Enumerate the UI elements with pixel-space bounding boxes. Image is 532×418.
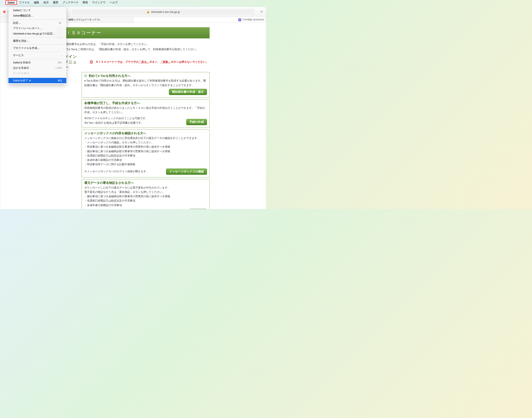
menu-hide-safari[interactable]: Safariを非表示⌘H xyxy=(9,60,66,65)
c3-note: ※メッセージボックスへのログイン画面が開きます。 xyxy=(84,169,164,174)
menu-quit-safari[interactable]: Safariを終了⬈ ⌘Q xyxy=(9,78,66,83)
menu-extensions[interactable]: Safari機能拡張… xyxy=(9,13,66,18)
c2-body: 利用者識別番号の取得が終わりましたらＮＩＳＡに係る手続の作成を行うことができます… xyxy=(84,106,207,115)
menu-settings[interactable]: 設定…⌘, xyxy=(9,20,66,26)
menu-view[interactable]: 表示 xyxy=(41,0,51,5)
menu-history[interactable]: 履歴 xyxy=(51,0,60,5)
c1-title: 初めてe-Taxを利用される方へ xyxy=(89,74,130,78)
tab-nisa-top[interactable]: N TOP画面 SE00S018 xyxy=(133,17,266,23)
menubar: Safari ファイル 編集 表示 履歴 ブックマーク 開発 ウインドウ ヘルプ xyxy=(0,0,266,5)
safari-menu-dropdown: Safariについて Safari機能拡張… 設定…⌘, プライバシーレポート…… xyxy=(9,7,66,84)
menu-file[interactable]: ファイル xyxy=(17,0,32,5)
shortcut-label: ⌥⌘H xyxy=(55,67,62,70)
signature-verify-button[interactable]: 署名検証 xyxy=(189,209,207,209)
c4-l4: ・未成年者口座開設の可否事項 xyxy=(84,203,207,208)
c3-l3: ・届出事項に基づき金融商品取引業者等の営業所の長に提供すべき情報 xyxy=(84,149,207,154)
c3-l4: ・非課税口座開設又は勘定設定の可否事項 xyxy=(84,154,207,158)
c3-body: メッセージボックスに格納された受信通知及び以下の還元データの確認を行うことができ… xyxy=(84,136,207,140)
menu-show-all: すべてを表示 xyxy=(9,71,66,76)
c3-l5: ・未成年者口座開設の可否事項 xyxy=(84,158,207,162)
menu-bookmarks[interactable]: ブックマーク xyxy=(60,0,81,5)
menu-site-settings[interactable]: clientweb.e-tax.nta.go.jpでの設定… xyxy=(9,31,66,36)
c3-l2: ・申請事項に基づき金融商品取引業者等の営業所の長に提供すべき情報 xyxy=(84,145,207,149)
instr-line2: はじめてe-Taxをご利用の方は、「開始届出書の作成・提出」ボタンを押して、利用… xyxy=(58,47,208,52)
menu-help[interactable]: ヘルプ xyxy=(108,0,120,5)
c4-l2: ・届出事項に基づき金融商品取引業者等の営業所の長に提供すべき情報 xyxy=(84,194,207,199)
c3-title: メッセージボックスの内容を確認される方へ xyxy=(84,131,146,135)
c3-l1: 「メッセージボックスの確認」ボタンを押してください。 xyxy=(84,140,207,145)
card-create-procedure: 各種準備が完了し、手続を作成する方へ 利用者識別番号の取得が終わりましたらＮＩＳ… xyxy=(81,99,210,128)
favicon-icon: N xyxy=(238,18,241,21)
menu-window[interactable]: ウインドウ xyxy=(90,0,108,5)
card-signature-verify: 還元データの署名検証をされる方へ ダウンロードした以下の還元データには電子署名が… xyxy=(81,179,210,209)
page-banner: ＮＩＳＡコーナー xyxy=(57,27,210,38)
c1-body: e-Taxを初めて利用される方は、開始届出書を提出して利用者識別番号を取得する必… xyxy=(84,79,207,88)
shortcut-label: ⌘H xyxy=(58,61,62,64)
menu-about-safari[interactable]: Safariについて xyxy=(9,8,66,13)
card-message-box: メッセージボックスの内容を確認される方へ メッセージボックスに格納された受信通知… xyxy=(81,129,210,177)
warning-text: ＮＩＳＡコーナーでは、ブラウザの「戻る」ボタン、「更新」ボタンは押さないでくださ… xyxy=(96,60,208,64)
menu-privacy-report[interactable]: プライバシーレポート… xyxy=(9,26,66,31)
start-notification-button[interactable]: 開始届出書の作成・提出 xyxy=(169,89,207,95)
menu-safari[interactable]: Safari xyxy=(5,0,17,5)
c2-note1: ※CSVファイルのチェックのみ行うことも可能です。 xyxy=(84,116,184,121)
instr-line1: 利用者識別番号をお持ちの方は、「手続の作成」ボタンを押してください。 xyxy=(58,42,208,47)
c2-note2: ※e-Taxへ送信する場合は電子証明書が必要です。 xyxy=(84,121,184,125)
cursor-icon: ⬈ xyxy=(29,79,31,82)
main-menu-header: ✤ メインメニュー !! ＮＩＳＡコーナーでは、ブラウザの「戻る」ボタン、「更新… xyxy=(57,54,210,72)
lock-icon: 🔒 xyxy=(146,10,150,13)
shortcut-label: ⌘, xyxy=(59,22,62,24)
address-host: clientweb.e-tax.nta.go.jp xyxy=(151,10,180,13)
tab2-title: TOP画面 SE00S018 xyxy=(242,18,264,21)
c2-title: 各種準備が完了し、手続を作成する方へ xyxy=(84,101,140,105)
c4-title: 還元データの署名検証をされる方へ xyxy=(84,181,134,185)
shortcut-label: ⌘Q xyxy=(58,79,62,82)
menu-develop[interactable]: 開発 xyxy=(81,0,90,5)
reload-icon[interactable]: ⟳ xyxy=(260,10,263,14)
message-box-button[interactable]: メッセージボックスの確認 xyxy=(166,169,207,175)
warning-icon: !! xyxy=(90,60,93,64)
chevron-right-icon: › xyxy=(61,54,62,57)
menu-create-profile[interactable]: プロファイルを作成… xyxy=(9,46,66,51)
menu-hide-others[interactable]: ほかを非表示⌥⌘H xyxy=(9,65,66,71)
main-menu-title: メインメニュー xyxy=(64,54,78,70)
menu-edit[interactable]: 編集 xyxy=(32,0,41,5)
create-procedure-button[interactable]: 手続の作成 xyxy=(186,119,207,125)
c3-l6: ・申請事項等データに関する記載不備情報 xyxy=(84,162,207,167)
instructions: 利用者識別番号をお持ちの方は、「手続の作成」ボタンを押してください。 はじめてe… xyxy=(57,38,210,54)
c4-l3: ・非課税口座開設又は勘定設定の可否事項 xyxy=(84,199,207,203)
c4-body: ダウンロードした以下の還元データには電子署名が付与されています。 xyxy=(84,186,207,190)
menu-services[interactable]: サービス› xyxy=(9,53,66,58)
c4-l1: 電子署名の検証を行う方は「署名検証」ボタンを押してください。 xyxy=(84,190,207,194)
menu-clear-history[interactable]: 履歴を消去… xyxy=(9,38,66,44)
address-bar[interactable]: 🔒 clientweb.e-tax.nta.go.jp xyxy=(72,9,254,15)
leaf-icon: 🛡 xyxy=(84,74,87,78)
card-first-time: 🛡初めてe-Taxを利用される方へ e-Taxを初めて利用される方は、開始届出書… xyxy=(81,72,210,98)
